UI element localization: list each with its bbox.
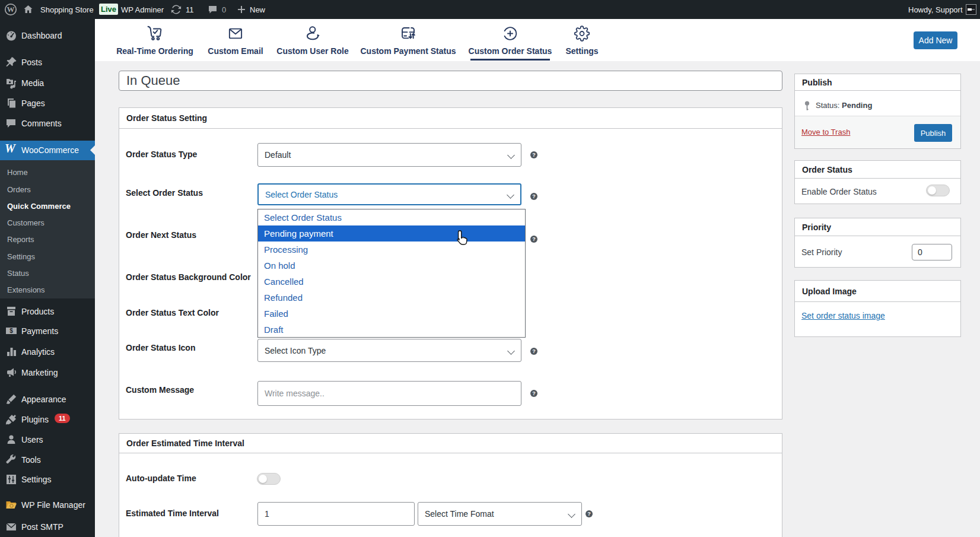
svg-text:$: $ <box>9 328 13 334</box>
svg-text:W: W <box>7 5 15 14</box>
